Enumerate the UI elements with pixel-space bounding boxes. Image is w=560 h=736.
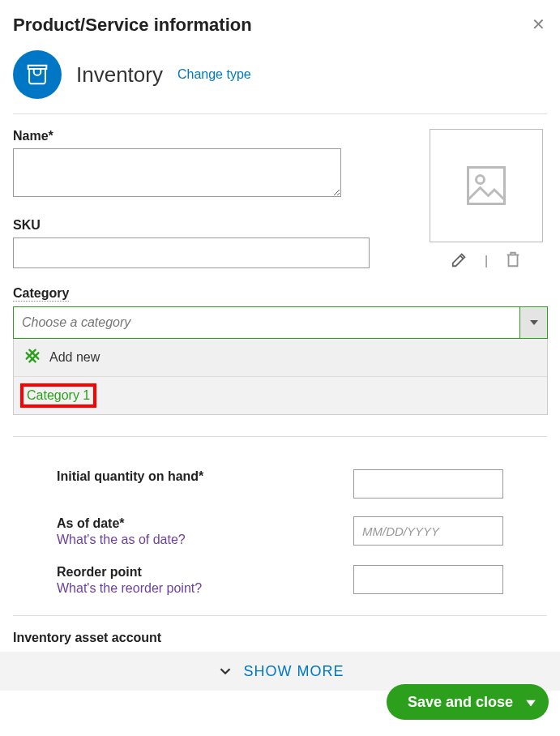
add-new-icon (24, 347, 41, 368)
sku-input[interactable] (13, 237, 370, 268)
name-label: Name* (13, 129, 377, 143)
divider (13, 615, 547, 616)
dropdown-add-new[interactable]: Add new (14, 339, 547, 376)
initial-qty-label: Initial quantity on hand* (57, 469, 203, 484)
action-divider: | (485, 254, 488, 268)
highlight-box: Category 1 (20, 383, 96, 408)
as-of-date-label: As of date* (57, 516, 186, 531)
category-dropdown: Add new Category 1 (13, 339, 548, 415)
reorder-point-label: Reorder point (57, 565, 202, 580)
name-input[interactable] (13, 148, 341, 197)
image-placeholder[interactable] (430, 129, 543, 242)
category-label: Category (13, 286, 69, 302)
category-input-field[interactable] (14, 307, 519, 338)
inventory-asset-account-label: Inventory asset account (13, 631, 547, 645)
sku-label: SKU (13, 218, 377, 233)
as-of-date-input[interactable] (353, 516, 503, 546)
reorder-point-help-link[interactable]: What's the reorder point? (57, 581, 202, 596)
show-more-label: SHOW MORE (244, 663, 344, 680)
divider (13, 113, 547, 114)
dropdown-caret-icon[interactable] (519, 307, 547, 338)
modal-title: Product/Service information (13, 15, 547, 36)
divider (13, 436, 547, 437)
chevron-down-icon (216, 662, 234, 680)
inventory-type-icon (13, 50, 62, 99)
change-type-link[interactable]: Change type (177, 67, 251, 82)
save-dropdown-caret-icon[interactable] (526, 694, 536, 711)
edit-image-icon[interactable] (451, 250, 468, 272)
save-and-close-button[interactable]: Save and close (387, 684, 549, 720)
svg-point-1 (477, 176, 485, 184)
save-button-label: Save and close (408, 694, 513, 711)
as-of-date-help-link[interactable]: What's the as of date? (57, 533, 186, 547)
delete-image-icon[interactable] (504, 250, 522, 272)
add-new-label: Add new (49, 350, 100, 365)
category-select[interactable] (13, 306, 548, 339)
category-1-label: Category 1 (27, 388, 90, 402)
reorder-point-input[interactable] (353, 565, 503, 594)
svg-rect-0 (468, 168, 505, 204)
dropdown-item-category-1[interactable]: Category 1 (14, 376, 547, 414)
initial-qty-input[interactable] (353, 469, 503, 499)
type-label: Inventory (76, 62, 163, 88)
close-icon[interactable]: ✕ (532, 15, 545, 34)
